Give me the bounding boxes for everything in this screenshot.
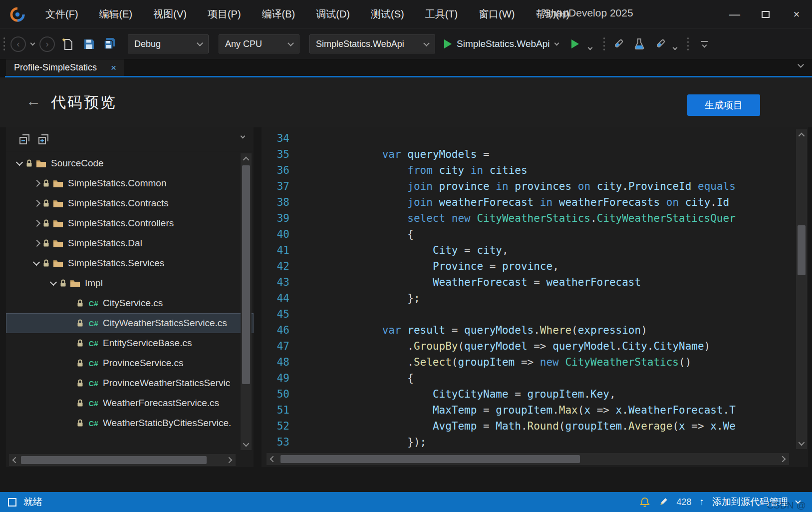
save-button[interactable]	[81, 35, 97, 53]
chevron-down-icon[interactable]	[47, 277, 60, 290]
csharp-file-icon: C#	[87, 339, 100, 348]
scroll-up-icon[interactable]	[796, 129, 807, 140]
navigate-back-button[interactable]: ‹	[10, 36, 26, 52]
start-without-debugging-button[interactable]	[567, 35, 583, 53]
tree-item[interactable]: SimpleStatics.Controllers	[6, 213, 254, 233]
toolbar-grip[interactable]	[603, 36, 605, 51]
menu-item[interactable]: 调试(D)	[305, 4, 360, 24]
tree-item-label: SimpleStatics.Dal	[68, 238, 142, 249]
toolbar-grip[interactable]	[687, 36, 689, 51]
indent-spacer	[64, 397, 77, 410]
menu-item[interactable]: 窗口(W)	[468, 4, 525, 24]
navigate-forward-button[interactable]: ›	[39, 36, 55, 52]
tab-profile-simplestatics[interactable]: Profile-SimpleStatics ×	[6, 59, 124, 76]
editor-scrollbar-horizontal[interactable]	[267, 453, 789, 465]
new-file-button[interactable]	[60, 35, 76, 53]
startup-project-select[interactable]: SimpleStatics.WebApi	[309, 34, 435, 53]
chevron-down-icon[interactable]	[795, 498, 801, 504]
back-arrow-icon[interactable]: ←	[26, 92, 41, 109]
chevron-down-icon[interactable]	[13, 157, 26, 170]
scrollbar-thumb[interactable]	[798, 225, 806, 275]
folder-icon	[53, 199, 63, 208]
code-editor[interactable]: 3435363738394041424344454647484950515253…	[262, 127, 808, 467]
tree-item-label: CityWeatherStaticsService.cs	[103, 318, 227, 329]
history-chevron-icon[interactable]	[30, 40, 35, 45]
notifications-icon[interactable]	[639, 497, 650, 508]
menu-item[interactable]: 工具(T)	[415, 4, 469, 24]
run-options-chevron-icon[interactable]	[587, 45, 592, 50]
tree-item[interactable]: C#CityService.cs	[6, 293, 254, 313]
line-number: 36	[262, 162, 289, 178]
platform-select[interactable]: Any CPU	[219, 34, 299, 53]
tree-item[interactable]: SimpleStatics.Contracts	[6, 193, 254, 213]
line-number: 43	[262, 274, 289, 290]
editor-scrollbar-vertical[interactable]	[796, 129, 807, 449]
chevron-right-icon[interactable]	[30, 197, 43, 210]
wand-icon	[654, 37, 667, 50]
minimize-button[interactable]: —	[719, 0, 750, 28]
tool-icon-2[interactable]	[631, 35, 647, 53]
menu-item[interactable]: 文件(F)	[35, 4, 89, 24]
document-list-chevron-icon[interactable]	[798, 61, 804, 68]
scrollbar-thumb[interactable]	[280, 455, 580, 463]
csharp-file-icon: C#	[87, 399, 100, 408]
tree-scrollbar-horizontal[interactable]	[9, 454, 236, 466]
run-button[interactable]: SimpleStatics.WebApi	[440, 38, 562, 49]
tree-item[interactable]: SimpleStatics.Dal	[6, 233, 254, 253]
chevron-down-icon[interactable]	[554, 40, 559, 45]
scrollbar-thumb[interactable]	[21, 456, 207, 464]
tree-item[interactable]: C#EntityServiceBase.cs	[6, 333, 254, 353]
tab-strip: Profile-SimpleStatics ×	[0, 59, 812, 77]
code-line: select new CityWeatherStatics.CityWeathe…	[306, 210, 792, 226]
tab-close-icon[interactable]: ×	[111, 62, 116, 73]
maximize-button[interactable]	[750, 0, 781, 28]
tree-item[interactable]: C#WeatherStaticByCitiesService.	[6, 413, 254, 433]
chevron-down-icon[interactable]	[30, 257, 43, 270]
tree-item[interactable]: SourceCode	[6, 153, 254, 173]
toolbar-overflow-button[interactable]	[701, 41, 708, 47]
tree-item[interactable]: C#ProvinceService.cs	[6, 353, 254, 373]
tree-item[interactable]: SimpleStatics.Common	[6, 173, 254, 193]
menu-item[interactable]: 视图(V)	[143, 4, 197, 24]
chevron-right-icon[interactable]	[30, 237, 43, 250]
tree-item[interactable]: C#ProvinceWeatherStaticsServic	[6, 373, 254, 393]
configuration-select[interactable]: Debug	[128, 34, 209, 53]
lock-icon	[43, 239, 49, 247]
code-area[interactable]: var queryModels = from city in cities jo…	[298, 130, 792, 450]
chevron-right-icon[interactable]	[30, 177, 43, 190]
menu-item[interactable]: 项目(P)	[197, 4, 252, 24]
add-to-source-control-button[interactable]: 添加到源代码管理	[712, 496, 788, 509]
collapse-all-icon[interactable]	[19, 134, 30, 145]
close-button[interactable]: ×	[781, 0, 812, 28]
scroll-up-icon[interactable]	[241, 153, 252, 164]
scroll-right-icon[interactable]	[778, 454, 789, 465]
snapdevelop-logo-icon	[10, 7, 25, 22]
save-all-button[interactable]	[102, 35, 118, 53]
tree-item-label: Impl	[85, 278, 103, 289]
background-tasks-icon[interactable]	[8, 498, 16, 507]
menu-item[interactable]: 编辑(E)	[89, 4, 143, 24]
tree-item[interactable]: C#WeatherForecastService.cs	[6, 393, 254, 413]
tree-scrollbar-vertical[interactable]	[241, 153, 252, 450]
menu-item[interactable]: 测试(S)	[360, 4, 415, 24]
tree-item[interactable]: Impl	[6, 273, 254, 293]
tool-icon-3[interactable]	[652, 35, 668, 53]
generate-project-button[interactable]: 生成项目	[687, 94, 760, 116]
maximize-icon	[762, 11, 770, 18]
tree-options-chevron-icon[interactable]	[241, 134, 246, 139]
chevron-right-icon[interactable]	[30, 217, 43, 230]
tool-options-chevron-icon[interactable]	[672, 45, 677, 50]
tree-item[interactable]: SimpleStatics.Services	[6, 253, 254, 273]
tool-icon-1[interactable]	[610, 35, 626, 53]
scroll-down-icon[interactable]	[241, 439, 252, 450]
toolbar-grip[interactable]	[3, 36, 5, 51]
scroll-left-icon[interactable]	[9, 455, 20, 466]
scrollbar-thumb[interactable]	[242, 165, 250, 384]
expand-all-icon[interactable]	[38, 134, 49, 145]
edit-icon[interactable]	[658, 497, 668, 507]
scroll-right-icon[interactable]	[225, 455, 236, 466]
scroll-down-icon[interactable]	[796, 438, 807, 449]
tree-item[interactable]: C#CityWeatherStaticsService.cs	[6, 313, 254, 333]
scroll-left-icon[interactable]	[267, 454, 277, 465]
menu-item[interactable]: 编译(B)	[252, 4, 306, 24]
